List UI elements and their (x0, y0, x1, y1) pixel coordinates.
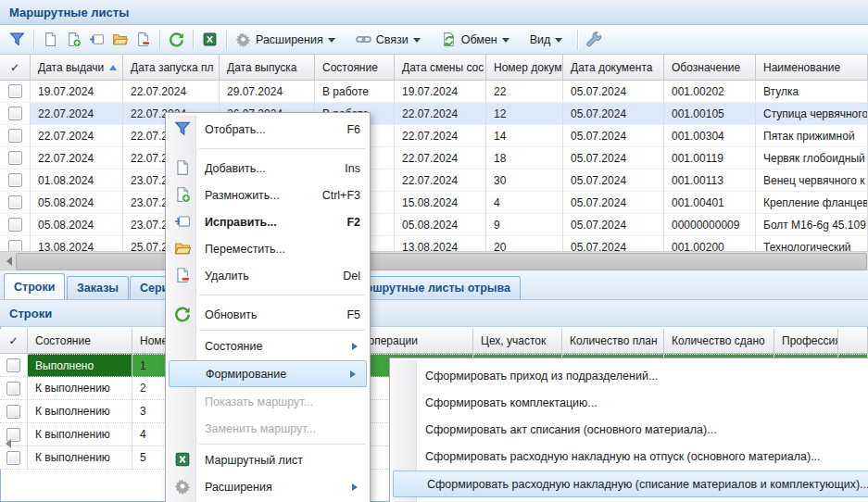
cell: 29.07.2024 (220, 81, 315, 103)
submenu-item-incoming[interactable]: Сформировать приход из подразделений... (392, 362, 868, 389)
table-row[interactable]: 05.08.202423.07.202415.08.2024405.07.202… (0, 192, 868, 214)
cell: 05.07.2024 (563, 125, 664, 147)
refresh-icon (169, 31, 184, 47)
column-header[interactable]: Цех, участок (473, 329, 562, 354)
tab-orders[interactable]: Заказы (67, 276, 129, 299)
section-header: Строки (0, 300, 868, 327)
menu-item-add[interactable]: Добавить...Ins (168, 155, 368, 182)
menu-item-clone[interactable]: Размножить...Ctrl+F3 (168, 182, 368, 208)
submenu-arrow-icon (352, 483, 361, 491)
cell: 19.07.2024 (395, 81, 486, 103)
column-header[interactable] (838, 329, 868, 354)
column-header[interactable]: Дата выпуска (220, 55, 315, 81)
menu-item-refresh[interactable]: ОбновитьF5 (168, 301, 368, 328)
add-button[interactable] (39, 29, 62, 51)
edit-button[interactable] (85, 29, 108, 51)
table-row[interactable]: 13.08.202425.07.202413.08.20242005.07.20… (0, 236, 868, 251)
menu-item-move[interactable]: Переместить... (168, 235, 368, 262)
table-row[interactable]: 22.07.202422.07.202426.07.2024В работе22… (0, 103, 868, 125)
cell: К выполнению (28, 377, 132, 400)
row-checkbox[interactable] (8, 240, 22, 251)
row-checkbox[interactable] (6, 405, 20, 419)
table-body: 19.07.202422.07.202429.07.2024В работе19… (0, 81, 868, 251)
column-header[interactable]: Количество сдано (664, 329, 774, 354)
cell: 001.00200 (664, 236, 756, 251)
cell: 05.07.2024 (563, 214, 664, 236)
row-checkbox[interactable] (8, 218, 22, 232)
menu-separator (199, 330, 365, 331)
tab-strings[interactable]: Строки (4, 273, 65, 299)
clone-button[interactable] (62, 29, 85, 51)
submenu-item-expense-invoice[interactable]: Сформировать расходную накладную (списан… (393, 471, 868, 497)
column-header[interactable]: Обозначение (664, 55, 756, 81)
row-checkbox[interactable] (8, 129, 22, 143)
filter-button[interactable] (6, 29, 29, 51)
submenu-item-kitting[interactable]: Сформировать комплектацию... (392, 389, 868, 416)
checkbox-cell (0, 169, 31, 192)
table-row[interactable]: 19.07.202422.07.202429.07.2024В работе19… (0, 81, 868, 103)
column-header[interactable]: Дата запуска пл (123, 55, 220, 81)
page-title: Маршрутные листы (9, 6, 129, 19)
scroll-left-button[interactable] (0, 252, 16, 270)
page-icon (174, 159, 191, 176)
menu-item-route-sheet[interactable]: Маршрутный лист (168, 446, 368, 473)
column-header[interactable]: Наименование (756, 55, 868, 81)
table-header-row: ✓СостояниеНомерНаименование операцииЦех,… (0, 329, 868, 354)
table-row[interactable]: 05.08.202423.07.202405.08.2024905.07.202… (0, 214, 868, 236)
cell: 05.07.2024 (563, 236, 664, 251)
column-header[interactable]: Профессия (774, 329, 838, 354)
column-header[interactable]: Номер докум (486, 55, 563, 81)
cell: Ступица червячного (756, 103, 868, 125)
submenu-item-writeoff-act[interactable]: Сформировать акт списания (основного мат… (392, 416, 868, 443)
menu-item-edit[interactable]: Исправить...F2 (168, 208, 368, 235)
cell: 05.08.2024 (31, 214, 123, 236)
cell: 22.07.2024 (31, 147, 123, 169)
links-dropdown[interactable]: Связи (352, 29, 424, 51)
submenu-arrow-icon (350, 370, 359, 378)
column-header[interactable]: Состояние (28, 329, 132, 354)
row-checkbox[interactable] (8, 84, 22, 98)
view-dropdown[interactable]: Вид (526, 29, 567, 51)
settings-button[interactable] (583, 29, 606, 51)
menu-item-state[interactable]: Состояние (168, 333, 368, 359)
table-row[interactable]: 22.07.202422.07.202422.07.20241805.07.20… (0, 147, 868, 169)
row-checkbox[interactable] (8, 151, 22, 165)
menu-item-formation[interactable]: Формирование (169, 360, 367, 387)
row-checkbox[interactable] (6, 382, 20, 395)
exchange-dropdown[interactable]: Обмен (437, 29, 513, 51)
select-all-header[interactable]: ✓ (0, 55, 31, 81)
delete-button[interactable] (132, 29, 155, 51)
row-checkbox[interactable] (8, 107, 22, 120)
menu-item-filter[interactable]: Отобрать...F6 (168, 116, 368, 143)
page-plus-icon (174, 186, 191, 203)
scrollbar-thumb[interactable] (16, 253, 867, 270)
extensions-dropdown[interactable]: Расширения (232, 29, 339, 51)
submenu-item-issue-invoice[interactable]: Сформировать расходную накладную на отпу… (392, 443, 868, 470)
table-row[interactable]: 22.07.202422.07.202422.07.20241405.07.20… (0, 125, 868, 147)
tab-strip: Строки Заказы Серии Маршрутные листы отр… (0, 270, 868, 300)
menu-item-extensions[interactable]: Расширения (168, 473, 368, 500)
move-button[interactable] (108, 29, 132, 51)
cell: 19.07.2024 (31, 81, 123, 103)
menu-item-delete[interactable]: УдалитьDel (168, 262, 368, 289)
column-header[interactable]: Количество план (562, 329, 664, 354)
horizontal-scrollbar[interactable] (0, 251, 868, 270)
folder-icon (112, 31, 128, 47)
scroll-hint-left-icon[interactable] (1, 439, 11, 448)
row-checkbox[interactable] (6, 451, 20, 465)
column-header[interactable]: Дата выдачи (31, 55, 123, 81)
column-header[interactable]: Состояние (315, 55, 395, 81)
cell: 18 (486, 147, 563, 169)
row-checkbox[interactable] (8, 195, 22, 209)
refresh-button[interactable] (165, 29, 188, 51)
row-checkbox[interactable] (6, 358, 20, 372)
select-all-header[interactable]: ✓ (0, 329, 28, 354)
column-header[interactable]: Дата документа (563, 55, 664, 81)
checkbox-cell (0, 400, 28, 423)
column-header[interactable]: Дата смены сос (395, 55, 486, 81)
excel-button[interactable] (198, 29, 221, 51)
row-checkbox[interactable] (8, 173, 22, 187)
cell: К выполнению (28, 446, 132, 470)
table-row[interactable]: 01.08.202423.07.202422.07.20243005.07.20… (0, 169, 868, 192)
caret-down-icon (328, 38, 335, 46)
